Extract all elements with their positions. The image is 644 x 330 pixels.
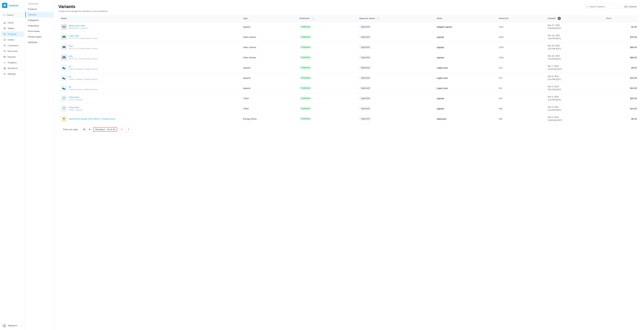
product-name-link[interactable]: PS4 bbox=[69, 45, 73, 47]
variant-id-cell: 1318 bbox=[496, 52, 546, 63]
product-name-link[interactable]: Starbucks® Double Shot Mocha • Energy Dr… bbox=[69, 118, 116, 120]
seller-cell: Legal Lions bbox=[434, 63, 496, 73]
variants-search-input[interactable] bbox=[589, 5, 618, 8]
created-col-settings-button[interactable]: ⊞ bbox=[558, 17, 561, 20]
sidebar-item-orders[interactable]: Orders bbox=[1, 37, 24, 42]
tag-icon bbox=[3, 33, 6, 35]
type-cell: Apparel bbox=[240, 73, 297, 83]
col-name: Name ↕ bbox=[58, 15, 240, 22]
subnav-item-products[interactable]: Products bbox=[25, 6, 54, 12]
sort-variantid-icon[interactable]: ↕ bbox=[509, 17, 510, 19]
sidebar-item-storefront[interactable]: Storefront bbox=[1, 65, 24, 71]
sidebar-item-discounts[interactable]: Discounts bbox=[1, 48, 24, 54]
table-row: 🎮 PS5 EA FC 25 • Football Video Games Vi… bbox=[58, 52, 639, 63]
product-name-link[interactable]: PS5 bbox=[69, 55, 73, 58]
product-name-link[interactable]: 44 bbox=[69, 76, 71, 78]
subnav-item-price-books[interactable]: Price books bbox=[25, 28, 54, 34]
sidebar-item-settings[interactable]: Settings bbox=[1, 71, 24, 77]
seller-link[interactable]: Legal Lions bbox=[437, 66, 448, 69]
more-options-button[interactable] bbox=[20, 324, 23, 327]
product-sub: EA FC 25 • Football Video Games bbox=[69, 37, 98, 39]
page-header: Variants Create and manage the variation… bbox=[54, 0, 644, 15]
seller-link[interactable]: raphael bbox=[437, 36, 444, 38]
filter-published-icon[interactable]: ≡ bbox=[312, 17, 314, 20]
created-cell: Nov 6, 20245:01 PM (EST) bbox=[545, 83, 604, 93]
sort-price-icon[interactable]: ↕ bbox=[612, 17, 613, 19]
product-name-link[interactable]: White Apron Mini bbox=[69, 24, 85, 27]
published-cell: Published bbox=[297, 63, 357, 73]
subnav-item-attributes[interactable]: Attributes bbox=[25, 39, 54, 45]
seller-link[interactable]: raphael bbox=[437, 46, 444, 49]
approval-cell: Approved bbox=[357, 42, 434, 52]
analytics-icon bbox=[3, 61, 6, 64]
subnav-item-variants[interactable]: Variants bbox=[25, 12, 54, 17]
table-row: 👟 44 Coffee Sneakers • Belgian Mocha App… bbox=[58, 73, 639, 83]
sidebar-item-products[interactable]: Products bbox=[1, 31, 24, 37]
name-cell: 🎮 PS5 EA FC 25 • Football Video Games bbox=[58, 52, 240, 63]
sort-type-icon[interactable]: ↕ bbox=[248, 17, 249, 19]
sidebar-item-analytics[interactable]: Analytics bbox=[1, 60, 24, 65]
name-cell: 👟 46 Coffee Sneakers • Belgian Mocha bbox=[58, 83, 240, 93]
sidebar-item-sellers[interactable]: Sellers bbox=[1, 26, 24, 31]
sort-approval-icon[interactable]: ↕ bbox=[376, 17, 377, 19]
published-badge: Published bbox=[300, 25, 312, 28]
rows-per-page-select[interactable]: 10 25 50 100 bbox=[80, 127, 91, 132]
next-page-button[interactable] bbox=[126, 127, 131, 132]
pagination: Rows per page: 10 25 50 100 Showing 1 - … bbox=[58, 124, 639, 135]
seller-link[interactable]: raphael bbox=[437, 56, 444, 59]
showing-text: Showing 1 - 10 of 18 bbox=[93, 127, 117, 132]
avatar bbox=[2, 323, 7, 328]
sidebar-item-customers[interactable]: Customers bbox=[1, 43, 24, 48]
created-cell: Nov 6, 202410:39 AM (EST) bbox=[545, 114, 604, 124]
subnav-item-product-types[interactable]: Product types bbox=[25, 34, 54, 39]
filter-approval-icon[interactable]: ≡ bbox=[377, 17, 380, 20]
product-thumbnail: 🍽 bbox=[61, 24, 67, 30]
name-cell: 🎮 X-Box 360 EA FC 25 • Football Video Ga… bbox=[58, 32, 240, 42]
product-thumbnail: 👟 bbox=[61, 75, 67, 81]
seller-cell: Legal Lions bbox=[434, 83, 496, 93]
seller-cell: raphael bbox=[434, 32, 496, 42]
price-cell: $66.00 bbox=[604, 42, 639, 52]
seller-link[interactable]: Legal Lions bbox=[437, 77, 448, 79]
svg-point-12 bbox=[22, 324, 22, 325]
search-icon bbox=[3, 14, 6, 16]
seller-link[interactable]: raphael bbox=[437, 107, 444, 110]
seller-link[interactable]: raphael bbox=[437, 97, 444, 100]
variant-id-cell: 1331 bbox=[496, 22, 546, 32]
seller-link[interactable]: Starbucks bbox=[437, 118, 446, 120]
type-cell: Video Games bbox=[240, 42, 297, 52]
type-cell: TShirt bbox=[240, 93, 297, 104]
product-name-link[interactable]: 46 bbox=[69, 86, 71, 88]
sort-name-icon[interactable]: ↕ bbox=[67, 17, 68, 19]
variants-table-wrap: Name ↕ Type ↕ Published ↕ bbox=[54, 15, 644, 139]
sort-created-icon[interactable]: ↕ bbox=[556, 17, 557, 19]
sort-published-icon[interactable]: ↕ bbox=[310, 17, 311, 19]
svg-point-14 bbox=[22, 326, 22, 326]
sidebar-item-home[interactable]: Home bbox=[1, 20, 24, 25]
variant-id-cell: 208 bbox=[496, 114, 546, 124]
sort-seller-icon[interactable]: ↕ bbox=[443, 17, 444, 19]
logo-text: nautical bbox=[9, 4, 18, 7]
price-cell: $10.00 bbox=[604, 104, 639, 114]
svg-point-13 bbox=[22, 325, 22, 326]
variants-search-box[interactable] bbox=[584, 4, 620, 9]
sellers-icon bbox=[3, 27, 6, 30]
user-name: Raphael U bbox=[8, 325, 18, 327]
svg-rect-8 bbox=[4, 56, 6, 58]
seller-link[interactable]: Abigail's Aprons bbox=[437, 26, 452, 28]
sidebar-item-payouts[interactable]: Payouts bbox=[1, 54, 24, 60]
seller-link[interactable]: Legal Lions bbox=[437, 87, 448, 89]
table-row: 🍽 White Apron Mini White Apron • Apparel… bbox=[58, 22, 639, 32]
created-cell: Nov 6, 20243:22 PM (EST) bbox=[545, 93, 604, 104]
prev-page-button[interactable] bbox=[119, 127, 124, 132]
product-name-link[interactable]: TShirt-Red bbox=[69, 106, 79, 109]
subnav-item-collections[interactable]: Collections bbox=[25, 23, 54, 28]
columns-button[interactable]: Columns bbox=[622, 4, 639, 9]
product-name-link[interactable]: TShirt-Blue bbox=[69, 96, 80, 99]
published-cell: Published bbox=[297, 114, 357, 124]
approval-badge: Approved bbox=[359, 117, 371, 121]
logo-icon bbox=[2, 3, 8, 8]
product-name-link[interactable]: X-Box 360 bbox=[69, 35, 79, 37]
subnav-item-categories[interactable]: Categories bbox=[25, 17, 54, 23]
product-name-link[interactable]: 42 bbox=[69, 65, 71, 68]
